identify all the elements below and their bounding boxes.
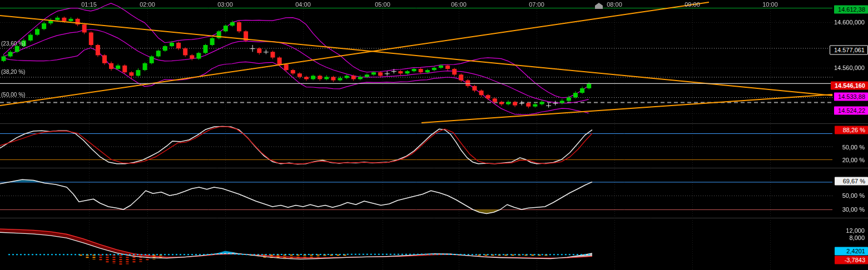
time-label: 09:00	[685, 1, 700, 8]
bb-mid-badge: 14.533,88	[834, 93, 868, 101]
time-label: 07:00	[529, 1, 544, 8]
fib-level-label: (38,20 %)	[1, 69, 25, 75]
time-label: 06:00	[451, 1, 467, 8]
axis-price-label: 50,00 %	[842, 144, 865, 151]
fib-level-label: (50,00 %)	[1, 92, 25, 98]
axis-price-label: 8,000	[849, 234, 865, 241]
macd-signal-badge: -3,7843	[835, 256, 868, 264]
trading-chart-window: 01:1502:0003:0004:0005:0006:0007:0008:00…	[0, 0, 868, 270]
last-price-badge: 14.546,160	[831, 82, 868, 90]
axis-price-label: 30,00 %	[842, 206, 865, 213]
fib-236-badge: 14.577,061	[830, 46, 868, 55]
time-label: 03:00	[217, 1, 233, 8]
time-label: 04:00	[295, 1, 311, 8]
axis-price-label: 20,00 %	[842, 157, 865, 163]
stoch-value-badge: 88,26 %	[835, 126, 868, 134]
axis-price-label: 50,00 %	[842, 192, 865, 199]
bb-lower-badge: 14.524,22	[834, 107, 868, 115]
axis-price-label: 14.600,000	[834, 19, 865, 26]
axis-price-label: 12,000	[846, 227, 865, 234]
time-label: 10:00	[762, 1, 778, 8]
axis-price-label: 14.560,000	[834, 64, 865, 71]
macd-value-badge: 2,4201	[835, 247, 868, 256]
time-label: 02:00	[140, 1, 155, 8]
chart-canvas[interactable]	[0, 0, 868, 270]
rsi-value-badge: 69,67 %	[835, 177, 868, 186]
time-label: 08:00	[607, 1, 622, 8]
time-label: 05:00	[375, 1, 390, 8]
time-label: 01:15	[81, 1, 97, 8]
fib-level-label: (23,60 %)	[1, 41, 25, 47]
level-high-badge: 14.612,38	[834, 6, 868, 14]
